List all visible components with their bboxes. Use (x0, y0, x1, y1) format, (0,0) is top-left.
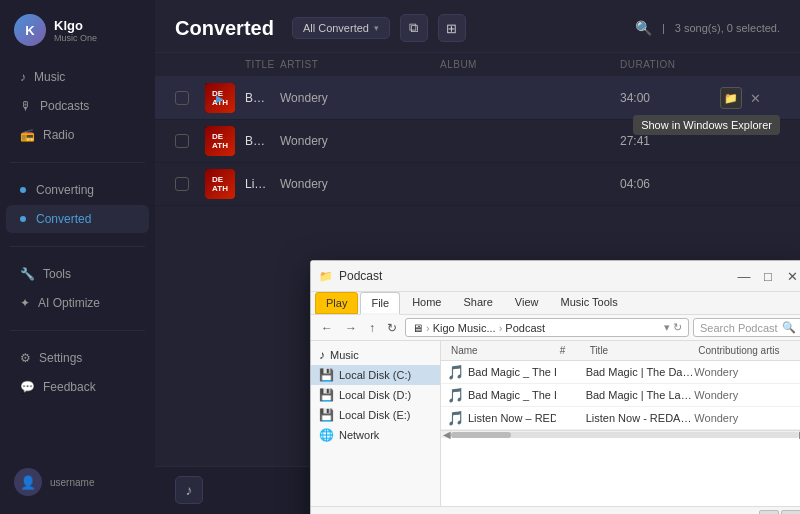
fe-up-btn[interactable]: ↑ (365, 319, 379, 337)
table-row[interactable]: DEATH ▶ Bad Magic | The Data are the ...… (155, 77, 800, 120)
topbar-right: 🔍 | 3 song(s), 0 selected. (635, 20, 780, 36)
fe-nav-local-c-label: Local Disk (C:) (339, 369, 411, 381)
fe-nav-local-d-icon: 💾 (319, 388, 334, 402)
sidebar-section-convert: Converting Converted (0, 169, 155, 240)
fe-nav-music[interactable]: ♪ Music (311, 345, 440, 365)
page-title: Converted (175, 17, 274, 40)
fe-search-icon: 🔍 (782, 321, 796, 334)
show-folder-btn[interactable]: 📁 (720, 87, 742, 109)
music-note-btn[interactable]: ♪ (175, 476, 203, 504)
sidebar-item-radio[interactable]: 📻 Radio (6, 121, 149, 149)
fe-col-title: Title (586, 343, 695, 358)
fe-path-home-icon: 🖥 (412, 322, 423, 334)
fe-tab-view[interactable]: View (505, 292, 549, 314)
fe-tab-play[interactable]: Play (315, 292, 358, 314)
fe-scrollbar-horizontal[interactable]: ◀ ▶ (441, 430, 800, 438)
feedback-icon: 💬 (20, 380, 35, 394)
fe-file-name-2: 🎵 Bad Magic _ The La... (447, 387, 556, 403)
row-duration-3: 04:06 (620, 177, 720, 191)
sidebar-item-converting[interactable]: Converting (6, 176, 149, 204)
topbar: Converted All Converted ▾ ⧉ ⊞ 🔍 | 3 song… (155, 0, 800, 53)
fe-col-header: Name # Title Contributiong artis (441, 341, 800, 361)
sidebar-item-podcasts[interactable]: 🎙 Podcasts (6, 92, 149, 120)
sidebar-item-music[interactable]: ♪ Music (6, 63, 149, 91)
fe-tab-home[interactable]: Home (402, 292, 451, 314)
grid-view-btn[interactable]: ⊞ (438, 14, 466, 42)
fe-minimize-btn[interactable]: — (735, 267, 753, 285)
fe-search-box[interactable]: Search Podcast 🔍 (693, 318, 800, 337)
fe-path-dropdown-btn[interactable]: ▾ (664, 321, 670, 334)
fe-scroll-left-btn[interactable]: ◀ (443, 429, 451, 440)
fe-col-name: Name (447, 343, 556, 358)
fe-file-artist-1: Wondery (694, 366, 800, 378)
fe-nav-local-e[interactable]: 💾 Local Disk (E:) (311, 405, 440, 425)
sidebar-label-podcasts: Podcasts (40, 99, 89, 113)
fe-nav-local-d[interactable]: 💾 Local Disk (D:) (311, 385, 440, 405)
sidebar-item-settings[interactable]: ⚙ Settings (6, 344, 149, 372)
sidebar-section-bottom: ⚙ Settings 💬 Feedback (0, 337, 155, 408)
sidebar-item-feedback[interactable]: 💬 Feedback (6, 373, 149, 401)
fe-file-row[interactable]: 🎵 Bad Magic _ The La... Bad Magic | The … (441, 384, 800, 407)
row-artist-2: Wondery (280, 134, 440, 148)
tools-icon: 🔧 (20, 267, 35, 281)
table-row[interactable]: DEATH Listen Now - REDACTED: Decl... Won… (155, 163, 800, 206)
settings-icon: ⚙ (20, 351, 31, 365)
fe-tab-music-tools[interactable]: Music Tools (551, 292, 628, 314)
sidebar-label-music: Music (34, 70, 65, 84)
sidebar-footer: 👤 username (0, 450, 155, 514)
row-duration-1: 34:00 (620, 91, 720, 105)
play-icon: ▶ (216, 93, 224, 104)
fe-back-btn[interactable]: ← (317, 319, 337, 337)
sidebar-item-tools[interactable]: 🔧 Tools (6, 260, 149, 288)
filter-label: All Converted (303, 22, 369, 34)
fe-file-name-3: 🎵 Listen Now – REDA... (447, 410, 556, 426)
remove-row-btn[interactable]: ✕ (746, 89, 764, 107)
album-art-2: DEATH (205, 126, 235, 156)
fe-search-placeholder: Search Podcast (700, 322, 778, 334)
fe-list-view-btn[interactable]: ≡ (759, 510, 779, 514)
fe-detail-view-btn[interactable]: ⊞ (781, 510, 800, 514)
user-avatar-row[interactable]: 👤 username (0, 460, 155, 504)
col-title: TITLE (245, 59, 280, 70)
fe-file-icon-2: 🎵 (447, 387, 464, 403)
search-btn[interactable]: 🔍 (635, 20, 652, 36)
sidebar-item-ai-optimize[interactable]: ✦ AI Optimize (6, 289, 149, 317)
fe-maximize-btn[interactable]: □ (759, 267, 777, 285)
row-checkbox-1[interactable] (175, 91, 189, 105)
fe-file-icon-1: 🎵 (447, 364, 464, 380)
fe-tab-share-label: Share (463, 296, 492, 308)
sidebar-label-converted: Converted (36, 212, 91, 226)
fe-tab-home-label: Home (412, 296, 441, 308)
row-checkbox-2[interactable] (175, 134, 189, 148)
fe-refresh-btn[interactable]: ↻ (383, 319, 401, 337)
fe-tabs: Play File Home Share View Music Tools (311, 292, 800, 314)
sidebar-label-radio: Radio (43, 128, 74, 142)
fe-file-artist-3: Wondery (694, 412, 800, 424)
fe-tab-file[interactable]: File (360, 292, 400, 315)
filter-icon-btn[interactable]: ⧉ (400, 14, 428, 42)
sidebar-label-settings: Settings (39, 351, 82, 365)
col-thumb (205, 59, 245, 70)
fe-nav-network[interactable]: 🌐 Network (311, 425, 440, 445)
fe-footer: 3 items ≡ ⊞ (311, 506, 800, 514)
fe-path-refresh-btn[interactable]: ↻ (673, 321, 682, 334)
fe-forward-btn[interactable]: → (341, 319, 361, 337)
col-check (175, 59, 205, 70)
fe-file-row[interactable]: 🎵 Listen Now – REDA... Listen Now - REDA… (441, 407, 800, 430)
fe-path-box[interactable]: 🖥 › Kigo Music... › Podcast ▾ ↻ (405, 318, 689, 337)
filter-dropdown-btn[interactable]: All Converted ▾ (292, 17, 390, 39)
fe-titlebar: 📁 Podcast — □ ✕ (311, 261, 800, 292)
fe-file-row[interactable]: 🎵 Bad Magic _ The Da... Bad Magic | The … (441, 361, 800, 384)
fe-tab-play-label: Play (326, 297, 347, 309)
funnel-icon: ⧉ (409, 20, 418, 36)
row-checkbox-3[interactable] (175, 177, 189, 191)
fe-nav-local-d-label: Local Disk (D:) (339, 389, 411, 401)
fe-nav-local-c[interactable]: 💾 Local Disk (C:) (311, 365, 440, 385)
fe-close-btn[interactable]: ✕ (783, 267, 800, 285)
fe-view-btns: ≡ ⊞ (759, 510, 800, 514)
converted-dot (20, 216, 26, 222)
sidebar-item-converted[interactable]: Converted (6, 205, 149, 233)
fe-tab-share[interactable]: Share (453, 292, 502, 314)
row-title-2: Bad Magic | The Lawsuit | S4-E6 (245, 134, 280, 148)
fe-file-title-1: Bad Magic | The Data are t... (586, 366, 695, 378)
